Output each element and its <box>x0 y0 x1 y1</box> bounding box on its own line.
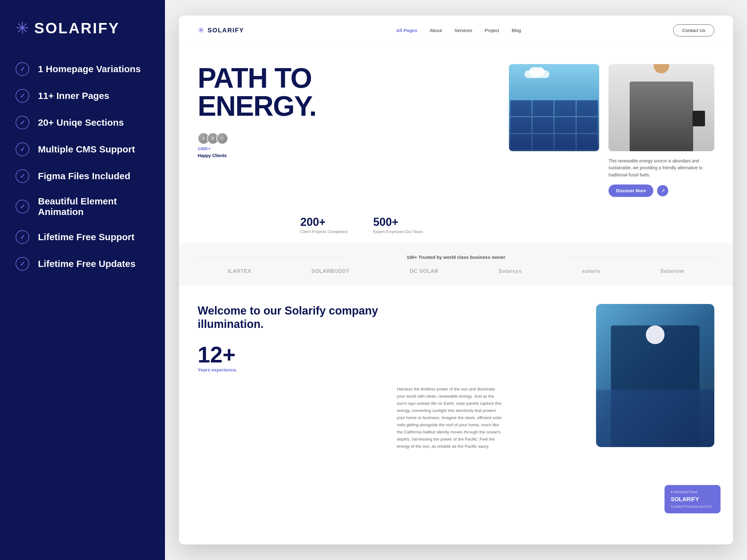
nav-links: All Pages About Services Project Blog <box>396 28 521 33</box>
feature-item-sections: 20+ Uniqe Sections <box>16 116 149 129</box>
feature-label: Lifetime Free Support <box>38 232 134 242</box>
feature-label: Figma Files Included <box>38 171 130 181</box>
navbar: ✳ SOLARIFY All Pages About Services Proj… <box>179 16 733 46</box>
welcome-right: ● Electrical Fixed SOLARIFY Certified Pr… <box>596 304 714 526</box>
browser-frame: ✳ SOLARIFY All Pages About Services Proj… <box>179 16 733 544</box>
trust-logo-dcsolar: DC SOLAR <box>410 268 439 274</box>
features-list: 1 Homepage Variations 11+ Inner Pages 20… <box>16 62 149 271</box>
trust-logo-solarium: Solarium <box>661 268 684 274</box>
welcome-text-column: Harness the limitless power of the sun a… <box>397 304 577 526</box>
badge-subtitle: ● Electrical Fixed <box>671 490 714 494</box>
worker2-image <box>596 304 714 447</box>
feature-item-updates: Lifetime Free Updates <box>16 257 149 271</box>
welcome-stat: 12+ Years experience. <box>198 344 378 372</box>
hero-section: PATH TO ENERGY. A B C 140K+ Happy Client… <box>179 46 733 212</box>
logo-text: SOLARIFY <box>34 20 120 37</box>
nav-link-services[interactable]: Services <box>455 28 472 33</box>
check-icon <box>16 89 29 103</box>
client-avatars: A B C <box>198 133 228 144</box>
arrow-button[interactable]: ↗ <box>657 185 668 196</box>
stat-label: Expert Employed Our Team. <box>373 229 424 234</box>
hero-center-image <box>509 64 599 197</box>
trust-section: 100+ Trusted by world class business own… <box>179 243 733 285</box>
welcome-section: Welcome to our Solarify company illumina… <box>179 285 733 544</box>
panel-grid <box>509 99 599 151</box>
check-icon <box>16 62 29 76</box>
stat-label: Client Projects Completed. <box>300 229 348 234</box>
trust-heading: 100+ Trusted by world class business own… <box>198 255 714 260</box>
check-icon <box>16 142 29 156</box>
trust-logo-solaris: solaris <box>582 268 600 274</box>
stat-number: 200+ <box>300 216 348 229</box>
nav-link-blog[interactable]: Blog <box>512 28 521 33</box>
worker2-helmet <box>646 325 665 344</box>
welcome-left: Welcome to our Solarify company illumina… <box>198 304 378 526</box>
feature-label: Beautiful Element Animation <box>38 196 149 217</box>
stat-projects: 200+ Client Projects Completed. <box>300 216 348 234</box>
hero-right: This renewable energy source is abundant… <box>609 64 714 197</box>
check-icon <box>16 116 29 129</box>
welcome-description: Harness the limitless power of the sun a… <box>397 386 503 450</box>
clients-label: Happy Clients <box>198 153 228 158</box>
hero-left: PATH TO ENERGY. A B C 140K+ Happy Client… <box>198 64 499 197</box>
welcome-title: Welcome to our Solarify company illumina… <box>198 304 378 331</box>
feature-item-inner-pages: 11+ Inner Pages <box>16 89 149 103</box>
welcome-stat-label: Years experience. <box>198 367 378 372</box>
nav-link-about[interactable]: About <box>430 28 442 33</box>
badge-card: ● Electrical Fixed SOLARIFY Certified Pr… <box>665 485 721 513</box>
hero-clients: A B C 140K+ Happy Clients <box>198 133 228 158</box>
feature-label: 11+ Inner Pages <box>38 90 109 101</box>
feature-item-figma: Figma Files Included <box>16 169 149 183</box>
clients-count: 140K+ <box>198 146 228 151</box>
feature-item-cms: Multiple CMS Support <box>16 142 149 156</box>
solar-panel-image <box>509 64 599 151</box>
nav-logo-text: SOLARIFY <box>208 27 244 34</box>
trust-logo-solarsys: Solarsys <box>499 268 522 274</box>
avatar: C <box>216 133 228 144</box>
contact-us-button[interactable]: Contact Us <box>673 24 714 36</box>
feature-item-animation: Beautiful Element Animation <box>16 196 149 217</box>
nav-link-all-pages[interactable]: All Pages <box>396 28 417 33</box>
hero-title-line2: ENERGY. <box>198 90 316 122</box>
hero-clients-block: A B C 140K+ Happy Clients <box>198 133 499 158</box>
nav-logo-sun-icon: ✳ <box>198 26 205 35</box>
welcome-stat-number: 12+ <box>198 344 378 366</box>
worker-image <box>609 64 714 151</box>
check-icon <box>16 230 29 244</box>
discover-btn-group: Discover More ↗ <box>609 185 714 197</box>
badge-title: SOLARIFY <box>671 496 714 503</box>
hero-title: PATH TO ENERGY. <box>198 64 499 120</box>
left-logo: ✳ SOLARIFY <box>16 19 149 37</box>
stat-number: 500+ <box>373 216 424 229</box>
trust-logo-ilartex: ILARTEX <box>228 268 251 274</box>
trust-logo-solarbuddy: SOLARBUDDY <box>312 268 350 274</box>
badge-desc: Certified Professional 2024 <box>671 505 714 508</box>
feature-item-support: Lifetime Free Support <box>16 230 149 244</box>
side-description: This renewable energy source is abundant… <box>609 157 714 197</box>
check-icon <box>16 200 29 213</box>
hero-title-line1: PATH TO <box>198 62 312 94</box>
worker-head <box>654 64 669 74</box>
feature-label: 1 Homepage Variations <box>38 64 141 74</box>
discover-more-button[interactable]: Discover More <box>609 185 653 197</box>
right-panel: ✳ SOLARIFY All Pages About Services Proj… <box>165 0 747 560</box>
logo-sun-icon: ✳ <box>16 19 29 37</box>
feature-label: Multiple CMS Support <box>38 144 135 155</box>
left-panel: ✳ SOLARIFY 1 Homepage Variations 11+ Inn… <box>0 0 165 560</box>
stat-experts: 500+ Expert Employed Our Team. <box>373 216 424 234</box>
feature-label: Lifetime Free Updates <box>38 259 135 269</box>
feature-label: 20+ Uniqe Sections <box>38 117 124 128</box>
trust-logos: ILARTEX SOLARBUDDY DC SOLAR Solarsys sol… <box>198 268 714 274</box>
nav-link-project[interactable]: Project <box>485 28 499 33</box>
check-icon <box>16 257 29 271</box>
nav-logo: ✳ SOLARIFY <box>198 26 244 35</box>
feature-item-homepages: 1 Homepage Variations <box>16 62 149 76</box>
side-desc-text: This renewable energy source is abundant… <box>609 157 714 178</box>
hero-bottom-stats: 200+ Client Projects Completed. 500+ Exp… <box>179 212 733 243</box>
check-icon <box>16 169 29 183</box>
